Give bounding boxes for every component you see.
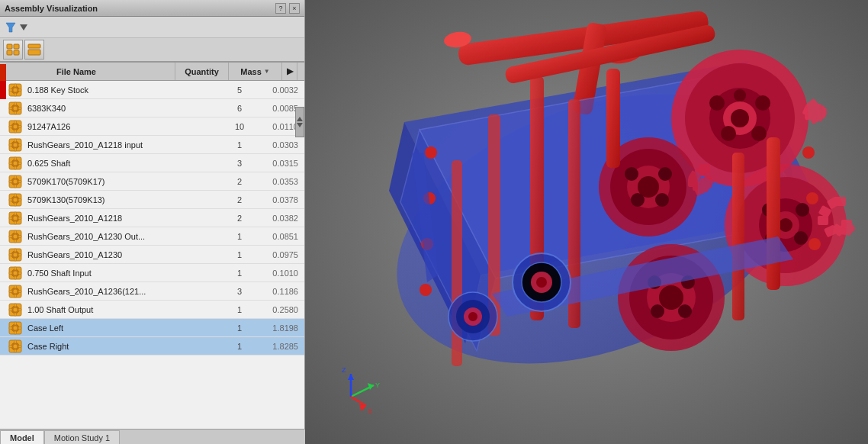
row-left-indicator (0, 117, 6, 136)
table-row[interactable]: 0.750 Shaft Input10.1010 (0, 264, 304, 282)
col-header-mass[interactable]: Mass ▼ (229, 63, 282, 80)
row-quantity: 1 (220, 269, 259, 278)
svg-point-31 (14, 143, 18, 146)
svg-rect-189 (606, 69, 620, 168)
svg-rect-35 (18, 143, 21, 146)
row-quantity: 2 (220, 177, 259, 186)
svg-text:Z: Z (342, 366, 346, 374)
row-quantity: 6 (220, 104, 259, 113)
svg-rect-90 (9, 290, 12, 292)
row-quantity: 1 (220, 232, 259, 241)
toolbar-btn-1[interactable] (3, 40, 23, 60)
row-gear-icon (8, 265, 23, 281)
row-left-indicator (0, 264, 6, 282)
table-row[interactable]: 6383K34060.0085 (0, 99, 304, 117)
table-body[interactable]: 0.188 Key Stock50.0032 6383K34060.0085 9… (0, 81, 304, 444)
row-gear-icon (8, 229, 23, 244)
row-mass: 0.0032 (259, 85, 304, 95)
row-filename: RushGears_2010_A1230 (24, 250, 220, 259)
scroll-indicator[interactable] (295, 107, 304, 137)
svg-rect-7 (28, 50, 40, 55)
svg-rect-60 (14, 212, 17, 215)
row-filename: 5709K170(5709K17) (24, 177, 220, 186)
svg-rect-191 (732, 153, 744, 320)
svg-rect-47 (14, 185, 17, 188)
table-row[interactable]: 1.00 Shaft Output10.2580 (0, 301, 304, 319)
filter-dropdown-icon[interactable] (20, 22, 31, 33)
row-gear-icon (8, 320, 23, 336)
table-row[interactable]: 0.188 Key Stock50.0032 (0, 81, 304, 99)
svg-rect-63 (18, 217, 21, 219)
table-row[interactable]: 5709K130(5709K13)20.0378 (0, 191, 304, 209)
row-quantity: 2 (220, 195, 259, 204)
row-left-indicator (0, 209, 6, 227)
svg-rect-76 (9, 253, 12, 256)
row-mass: 1.8285 (259, 342, 304, 351)
table-row[interactable]: 0.625 Shaft30.0315 (0, 154, 304, 172)
svg-point-94 (14, 307, 18, 311)
svg-rect-4 (7, 50, 12, 55)
row-filename: 6383K340 (24, 104, 220, 113)
col-header-more[interactable]: ▶ (282, 63, 297, 80)
row-left-indicator (0, 227, 6, 246)
svg-point-17 (14, 106, 18, 110)
svg-point-185 (678, 304, 692, 318)
col-header-filename[interactable]: File Name (53, 63, 175, 80)
table-row[interactable]: RushGears_2010_A123010.0975 (0, 246, 304, 264)
svg-point-139 (751, 126, 767, 141)
toolbar-btn-2[interactable] (24, 40, 44, 60)
svg-rect-91 (18, 290, 21, 292)
tab-model[interactable]: Model (0, 430, 44, 444)
table-row[interactable]: Case Right11.8285 (0, 337, 304, 356)
svg-rect-27 (9, 125, 12, 127)
col-header-quantity[interactable]: Quantity (175, 63, 229, 80)
table-row[interactable]: Case Left11.8198 (0, 319, 304, 337)
svg-point-66 (14, 234, 18, 238)
svg-rect-21 (18, 107, 21, 109)
svg-rect-5 (14, 50, 19, 55)
svg-rect-98 (18, 308, 21, 310)
svg-point-198 (806, 192, 818, 204)
svg-rect-84 (18, 272, 21, 274)
table-row[interactable]: 5709K170(5709K17)20.0353 (0, 172, 304, 191)
svg-rect-2 (7, 44, 12, 49)
svg-point-197 (802, 146, 815, 159)
svg-rect-97 (9, 308, 12, 310)
svg-rect-48 (9, 180, 12, 182)
bottom-tabs: Model Motion Study 1 (0, 429, 305, 444)
svg-rect-42 (18, 162, 21, 164)
svg-rect-75 (14, 258, 17, 261)
tab-motion-study[interactable]: Motion Study 1 (44, 430, 120, 444)
table-row[interactable]: RushGears_2010_A1218 input10.0303 (0, 136, 304, 154)
row-gear-icon (8, 137, 23, 153)
svg-point-80 (14, 271, 18, 275)
table-row[interactable]: 91247A126100.0110 (0, 117, 304, 136)
svg-rect-74 (14, 249, 17, 252)
svg-point-199 (809, 238, 821, 250)
table-row[interactable]: RushGears_2010_A1236(121...30.1186 (0, 282, 304, 301)
filter-icon[interactable] (5, 21, 17, 34)
svg-rect-56 (18, 198, 21, 201)
close-button[interactable]: × (289, 3, 300, 14)
svg-marker-113 (297, 117, 303, 121)
row-gear-icon (8, 119, 23, 134)
svg-rect-110 (14, 349, 17, 352)
svg-point-24 (14, 124, 18, 128)
row-filename: 0.750 Shaft Input (24, 269, 220, 278)
svg-rect-54 (14, 203, 17, 206)
svg-marker-114 (297, 123, 303, 127)
title-bar: Assembly Visualization ? × (0, 0, 304, 17)
table-row[interactable]: RushGears_2010_A121820.0382 (0, 209, 304, 227)
help-button[interactable]: ? (275, 3, 286, 14)
svg-rect-61 (14, 221, 17, 224)
svg-rect-82 (14, 276, 17, 279)
table-row[interactable]: RushGears_2010_A1230 Out...10.0851 (0, 227, 304, 246)
svg-point-167 (794, 231, 808, 245)
main-container: Assembly Visualization ? × (0, 0, 868, 444)
svg-rect-111 (9, 345, 12, 347)
window-title: Assembly Visualization (5, 4, 98, 13)
svg-point-45 (14, 179, 18, 183)
row-filename: 1.00 Shaft Output (24, 305, 220, 314)
row-left-indicator (0, 319, 6, 337)
column-headers: File Name Quantity Mass ▼ ▶ (0, 63, 304, 81)
